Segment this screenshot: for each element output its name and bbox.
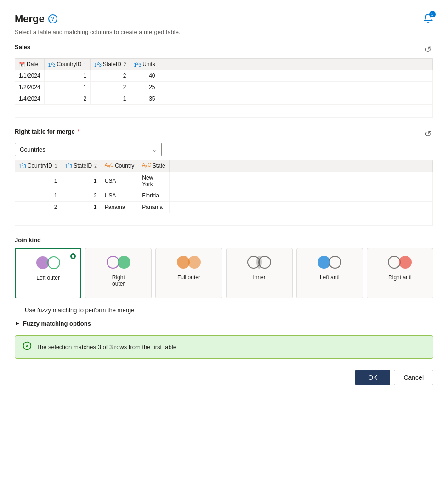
bell-icon[interactable]: 3 <box>423 13 433 25</box>
fuzzy-options-label: Fuzzy matching options <box>23 320 91 327</box>
sales-row3-units: 35 <box>130 93 159 105</box>
venn-circle-right <box>329 256 341 269</box>
success-check-icon <box>23 341 32 353</box>
venn-circle-right <box>258 256 271 269</box>
countries-col-country: ABC Country <box>101 160 138 172</box>
subtitle: Select a table and matching columns to c… <box>15 28 433 35</box>
join-kind-label: Join kind <box>15 236 433 243</box>
sales-row2-units: 25 <box>130 82 159 93</box>
table-row: 2 1 Panama Panama <box>15 201 433 213</box>
countries-row1-state: New York <box>138 172 170 190</box>
sales-row2-stateid: 2 <box>91 82 130 93</box>
title-row: Merge ? <box>15 13 57 25</box>
table-row <box>15 213 433 225</box>
countries-table-header-row: 123 CountryID 1 123 StateID 2 <box>15 160 433 172</box>
selected-indicator <box>69 253 77 260</box>
join-option-left-anti[interactable]: Left anti <box>296 248 363 298</box>
countries-row3-countryid: 2 <box>15 201 61 213</box>
chevron-right-icon: ► <box>15 320 20 326</box>
header-row: Merge ? 3 <box>15 13 433 25</box>
countries-row3-stateid: 1 <box>61 201 101 213</box>
success-banner: The selection matches 3 of 3 rows from t… <box>15 335 433 359</box>
countries-table-container: 123 CountryID 1 123 StateID 2 <box>15 160 433 225</box>
table-row <box>15 105 433 118</box>
right-table-section-header: Right table for merge * ↺ <box>15 128 433 140</box>
sales-col-countryid: 123 CountryID 1 <box>44 59 90 70</box>
required-indicator: * <box>77 128 79 135</box>
venn-right-outer <box>107 255 130 270</box>
sales-row3-countryid: 2 <box>44 93 90 105</box>
fuzzy-matching-checkbox[interactable] <box>15 307 21 313</box>
right-table-refresh-button[interactable]: ↺ <box>423 128 433 140</box>
sales-col-date: 📅 Date <box>15 59 44 70</box>
countries-row1-stateid: 1 <box>61 172 101 190</box>
join-option-full-outer[interactable]: Full outer <box>155 248 222 298</box>
footer-row: OK Cancel <box>15 370 433 385</box>
sales-row2-date: 1/2/2024 <box>15 82 44 93</box>
table-row: 1 2 USA Florida <box>15 190 433 201</box>
sales-row1-date: 1/1/2024 <box>15 70 44 82</box>
join-options: Left outer Rightouter Full outer Inner L… <box>15 248 433 298</box>
venn-circle-right <box>118 256 130 269</box>
dropdown-row: Countries ⌄ <box>15 143 433 156</box>
sales-table-header-row: 📅 Date 123 CountryID 1 123 <box>15 59 433 70</box>
join-label-right-outer: Rightouter <box>112 274 125 287</box>
success-message: The selection matches 3 of 3 rows from t… <box>36 343 176 350</box>
venn-left-outer <box>36 255 60 270</box>
join-label-left-outer: Left outer <box>36 275 60 281</box>
countries-row1-country: USA <box>101 172 138 190</box>
date-icon: 📅 <box>19 62 25 68</box>
sales-row3-stateid: 1 <box>91 93 130 105</box>
countries-col-empty <box>169 160 432 172</box>
right-table-dropdown[interactable]: Countries ⌄ <box>15 143 162 156</box>
venn-circle-right <box>188 256 201 269</box>
table-row: 1 1 USA New York <box>15 172 433 190</box>
sales-table: 📅 Date 123 CountryID 1 123 <box>15 59 433 118</box>
sales-table-container: 📅 Date 123 CountryID 1 123 <box>15 59 433 118</box>
venn-circle-right <box>47 256 60 269</box>
join-option-right-anti[interactable]: Right anti <box>367 248 433 298</box>
join-option-right-outer[interactable]: Rightouter <box>85 248 152 298</box>
dropdown-value: Countries <box>20 146 45 153</box>
join-label-left-anti: Left anti <box>320 274 340 281</box>
sales-row2-countryid: 1 <box>44 82 90 93</box>
countries-col-stateid: 123 StateID 2 <box>61 160 101 172</box>
sales-row3-date: 1/4/2024 <box>15 93 44 105</box>
join-label-full-outer: Full outer <box>177 274 200 281</box>
page-title: Merge <box>15 13 45 25</box>
join-label-inner: Inner <box>253 274 265 281</box>
countries-row2-stateid: 2 <box>61 190 101 201</box>
sales-row1-countryid: 1 <box>44 70 90 82</box>
countries-col-state: ABC State <box>138 160 170 172</box>
sales-col-stateid: 123 StateID 2 <box>91 59 130 70</box>
table-row: 1/4/2024 2 1 35 <box>15 93 433 105</box>
countries-row2-country: USA <box>101 190 138 201</box>
table-row: 1/2/2024 1 2 25 <box>15 82 433 93</box>
sales-row1-units: 40 <box>130 70 159 82</box>
sales-col-empty <box>159 59 432 70</box>
cancel-button[interactable]: Cancel <box>394 370 433 385</box>
venn-circle-right <box>399 256 412 269</box>
venn-inner <box>247 255 271 270</box>
countries-table-section: 123 CountryID 1 123 StateID 2 <box>15 160 433 226</box>
ok-button[interactable]: OK <box>355 370 390 385</box>
chevron-down-icon: ⌄ <box>152 146 157 153</box>
fuzzy-matching-row: Use fuzzy matching to perform the merge <box>15 307 433 314</box>
countries-col-countryid: 123 CountryID 1 <box>15 160 61 172</box>
sales-table-section: 📅 Date 123 CountryID 1 123 <box>15 58 433 118</box>
join-option-left-outer[interactable]: Left outer <box>15 248 81 298</box>
sales-label: Sales <box>15 44 30 51</box>
venn-left-anti <box>318 255 341 270</box>
right-table-label: Right table for merge <box>15 128 75 135</box>
join-label-right-anti: Right anti <box>388 274 412 281</box>
countries-table: 123 CountryID 1 123 StateID 2 <box>15 160 433 225</box>
countries-row3-country: Panama <box>101 201 138 213</box>
venn-full-outer <box>177 255 201 270</box>
fuzzy-matching-label: Use fuzzy matching to perform the merge <box>25 307 134 314</box>
countries-row3-state: Panama <box>138 201 170 213</box>
sales-refresh-button[interactable]: ↺ <box>423 44 433 56</box>
fuzzy-options-row[interactable]: ► Fuzzy matching options <box>15 320 433 327</box>
help-icon[interactable]: ? <box>48 14 57 23</box>
table-row: 1/1/2024 1 2 40 <box>15 70 433 82</box>
join-option-inner[interactable]: Inner <box>226 248 293 298</box>
